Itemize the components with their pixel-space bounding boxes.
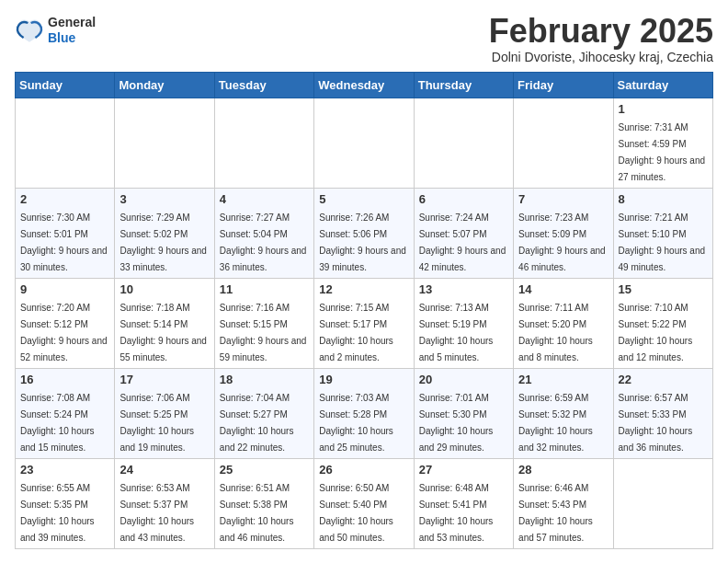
calendar-cell: 11Sunrise: 7:16 AM Sunset: 5:15 PM Dayli…: [214, 279, 313, 369]
day-info: Sunrise: 7:31 AM Sunset: 4:59 PM Dayligh…: [619, 122, 706, 182]
day-number: 13: [419, 282, 508, 296]
calendar-cell: 13Sunrise: 7:13 AM Sunset: 5:19 PM Dayli…: [414, 279, 513, 369]
calendar-week-row: 9Sunrise: 7:20 AM Sunset: 5:12 PM Daylig…: [16, 279, 713, 369]
calendar-cell: 10Sunrise: 7:18 AM Sunset: 5:14 PM Dayli…: [115, 279, 214, 369]
day-number: 23: [20, 463, 109, 477]
day-number: 11: [220, 282, 309, 296]
calendar-cell: 1Sunrise: 7:31 AM Sunset: 4:59 PM Daylig…: [613, 98, 712, 189]
calendar-cell: 3Sunrise: 7:29 AM Sunset: 5:02 PM Daylig…: [115, 189, 214, 279]
day-number: 8: [619, 192, 708, 206]
day-of-week-header: Tuesday: [214, 73, 313, 98]
day-info: Sunrise: 7:30 AM Sunset: 5:01 PM Dayligh…: [20, 213, 108, 272]
day-number: 10: [119, 282, 209, 296]
day-info: Sunrise: 6:48 AM Sunset: 5:41 PM Dayligh…: [419, 483, 494, 543]
day-info: Sunrise: 7:10 AM Sunset: 5:22 PM Dayligh…: [619, 303, 693, 362]
page-header: General Blue February 2025 Dolni Dvorist…: [15, 15, 713, 64]
day-number: 26: [319, 463, 408, 477]
calendar-cell: 25Sunrise: 6:51 AM Sunset: 5:38 PM Dayli…: [214, 459, 313, 549]
day-info: Sunrise: 7:24 AM Sunset: 5:07 PM Dayligh…: [419, 213, 506, 272]
day-info: Sunrise: 6:51 AM Sunset: 5:38 PM Dayligh…: [220, 483, 294, 543]
calendar-cell: 5Sunrise: 7:26 AM Sunset: 5:06 PM Daylig…: [314, 189, 414, 279]
calendar-cell: 19Sunrise: 7:03 AM Sunset: 5:28 PM Dayli…: [314, 369, 414, 459]
calendar-cell: 21Sunrise: 6:59 AM Sunset: 5:32 PM Dayli…: [514, 369, 613, 459]
day-info: Sunrise: 6:50 AM Sunset: 5:40 PM Dayligh…: [319, 483, 393, 543]
calendar-cell: 16Sunrise: 7:08 AM Sunset: 5:24 PM Dayli…: [16, 369, 115, 459]
day-number: 24: [119, 463, 209, 477]
day-number: 16: [20, 373, 109, 386]
calendar-table: SundayMondayTuesdayWednesdayThursdayFrid…: [15, 72, 713, 549]
day-number: 6: [419, 192, 508, 206]
day-info: Sunrise: 6:57 AM Sunset: 5:33 PM Dayligh…: [619, 393, 693, 453]
calendar-cell: [414, 98, 513, 189]
calendar-header-row: SundayMondayTuesdayWednesdayThursdayFrid…: [16, 73, 713, 98]
day-info: Sunrise: 7:21 AM Sunset: 5:10 PM Dayligh…: [619, 213, 706, 272]
calendar-cell: 23Sunrise: 6:55 AM Sunset: 5:35 PM Dayli…: [16, 459, 115, 549]
day-of-week-header: Wednesday: [314, 73, 414, 98]
day-info: Sunrise: 7:11 AM Sunset: 5:20 PM Dayligh…: [518, 303, 593, 362]
logo-icon: [15, 16, 44, 45]
day-number: 21: [518, 373, 608, 386]
day-number: 1: [619, 102, 708, 116]
calendar-cell: 17Sunrise: 7:06 AM Sunset: 5:25 PM Dayli…: [115, 369, 214, 459]
calendar-cell: 28Sunrise: 6:46 AM Sunset: 5:43 PM Dayli…: [514, 459, 613, 549]
day-info: Sunrise: 7:27 AM Sunset: 5:04 PM Dayligh…: [220, 213, 307, 272]
day-number: 19: [319, 373, 408, 386]
day-of-week-header: Friday: [514, 73, 613, 98]
calendar-week-row: 16Sunrise: 7:08 AM Sunset: 5:24 PM Dayli…: [16, 369, 713, 459]
calendar-cell: 4Sunrise: 7:27 AM Sunset: 5:04 PM Daylig…: [214, 189, 313, 279]
day-info: Sunrise: 7:15 AM Sunset: 5:17 PM Dayligh…: [319, 303, 393, 362]
day-of-week-header: Monday: [115, 73, 214, 98]
calendar-cell: [613, 459, 712, 549]
day-info: Sunrise: 6:59 AM Sunset: 5:32 PM Dayligh…: [518, 393, 593, 453]
calendar-cell: 26Sunrise: 6:50 AM Sunset: 5:40 PM Dayli…: [314, 459, 414, 549]
calendar-cell: [214, 98, 313, 189]
day-number: 4: [220, 192, 309, 206]
calendar-cell: 22Sunrise: 6:57 AM Sunset: 5:33 PM Dayli…: [613, 369, 712, 459]
day-info: Sunrise: 6:55 AM Sunset: 5:35 PM Dayligh…: [20, 483, 95, 543]
calendar-cell: 9Sunrise: 7:20 AM Sunset: 5:12 PM Daylig…: [16, 279, 115, 369]
day-number: 5: [319, 192, 408, 206]
logo-blue: Blue: [48, 30, 96, 46]
day-number: 25: [220, 463, 309, 477]
title-block: February 2025 Dolni Dvoriste, Jihocesky …: [489, 15, 713, 64]
day-info: Sunrise: 6:53 AM Sunset: 5:37 PM Dayligh…: [119, 483, 194, 543]
calendar-cell: 12Sunrise: 7:15 AM Sunset: 5:17 PM Dayli…: [314, 279, 414, 369]
day-info: Sunrise: 7:08 AM Sunset: 5:24 PM Dayligh…: [20, 393, 95, 453]
calendar-cell: 2Sunrise: 7:30 AM Sunset: 5:01 PM Daylig…: [16, 189, 115, 279]
day-number: 14: [518, 282, 608, 296]
calendar-cell: 8Sunrise: 7:21 AM Sunset: 5:10 PM Daylig…: [613, 189, 712, 279]
calendar-cell: [314, 98, 414, 189]
logo: General Blue: [15, 15, 96, 46]
day-info: Sunrise: 7:20 AM Sunset: 5:12 PM Dayligh…: [20, 303, 108, 362]
day-number: 9: [20, 282, 109, 296]
day-number: 15: [619, 282, 708, 296]
day-number: 3: [119, 192, 209, 206]
calendar-cell: 7Sunrise: 7:23 AM Sunset: 5:09 PM Daylig…: [514, 189, 613, 279]
day-number: 2: [20, 192, 109, 206]
calendar-cell: 20Sunrise: 7:01 AM Sunset: 5:30 PM Dayli…: [414, 369, 513, 459]
day-info: Sunrise: 7:29 AM Sunset: 5:02 PM Dayligh…: [119, 213, 207, 272]
day-number: 7: [518, 192, 608, 206]
day-number: 20: [419, 373, 508, 386]
calendar-cell: 27Sunrise: 6:48 AM Sunset: 5:41 PM Dayli…: [414, 459, 513, 549]
calendar-cell: 15Sunrise: 7:10 AM Sunset: 5:22 PM Dayli…: [613, 279, 712, 369]
day-number: 12: [319, 282, 408, 296]
day-info: Sunrise: 7:04 AM Sunset: 5:27 PM Dayligh…: [220, 393, 294, 453]
calendar-cell: [16, 98, 115, 189]
calendar-week-row: 2Sunrise: 7:30 AM Sunset: 5:01 PM Daylig…: [16, 189, 713, 279]
day-info: Sunrise: 6:46 AM Sunset: 5:43 PM Dayligh…: [518, 483, 593, 543]
day-number: 17: [119, 373, 209, 386]
day-number: 18: [220, 373, 309, 386]
day-of-week-header: Saturday: [613, 73, 712, 98]
calendar-cell: 18Sunrise: 7:04 AM Sunset: 5:27 PM Dayli…: [214, 369, 313, 459]
calendar-cell: [115, 98, 214, 189]
day-number: 27: [419, 463, 508, 477]
day-of-week-header: Thursday: [414, 73, 513, 98]
day-info: Sunrise: 7:16 AM Sunset: 5:15 PM Dayligh…: [220, 303, 307, 362]
day-info: Sunrise: 7:03 AM Sunset: 5:28 PM Dayligh…: [319, 393, 393, 453]
logo-text: General Blue: [48, 15, 96, 46]
day-number: 22: [619, 373, 708, 386]
logo-general: General: [48, 15, 96, 30]
calendar-cell: 14Sunrise: 7:11 AM Sunset: 5:20 PM Dayli…: [514, 279, 613, 369]
location-subtitle: Dolni Dvoriste, Jihocesky kraj, Czechia: [489, 50, 713, 64]
